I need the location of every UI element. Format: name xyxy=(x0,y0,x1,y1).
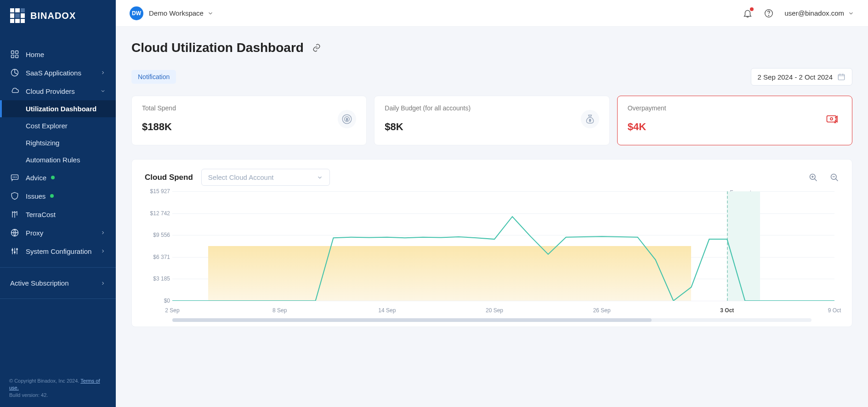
status-dot-icon xyxy=(50,194,54,198)
terracost-icon xyxy=(10,210,19,219)
svg-point-10 xyxy=(12,249,13,251)
topbar: DW Demo Workspace user@binadox.com xyxy=(116,0,868,27)
content: Cloud Utilization Dashboard Notification… xyxy=(116,27,868,407)
zoom-out-button[interactable] xyxy=(830,173,839,182)
nav-proxy[interactable]: Proxy xyxy=(0,224,116,242)
nav-cost-explorer[interactable]: Cost Explorer xyxy=(0,117,116,134)
svg-rect-15 xyxy=(838,75,845,80)
svg-line-27 xyxy=(836,178,838,181)
svg-point-7 xyxy=(15,177,15,178)
y-axis-label: $12 742 xyxy=(145,210,170,217)
y-axis-label: $15 927 xyxy=(145,188,170,195)
overpayment-icon xyxy=(823,110,842,128)
nav-advice[interactable]: Advice xyxy=(0,168,116,187)
chevron-down-icon[interactable] xyxy=(207,10,214,17)
nav-cloud[interactable]: Cloud Providers xyxy=(0,82,116,100)
nav-system-config-label: System Configuration xyxy=(26,247,91,255)
sliders-icon xyxy=(10,246,19,256)
x-axis-label: 2 Sep xyxy=(165,307,179,314)
card-label: Overpayment xyxy=(628,104,842,112)
card-label: Daily Budget (for all accounts) xyxy=(385,104,599,112)
footer-copyright: © Copyright Binadox, Inc 2024. xyxy=(9,378,80,384)
shield-icon xyxy=(10,191,19,201)
nav-subscription[interactable]: Active Subscription xyxy=(0,275,116,292)
svg-point-8 xyxy=(16,177,17,178)
x-axis-label: 8 Sep xyxy=(272,307,287,314)
nav-cloud-submenu: Utilization Dashboard Cost Explorer Righ… xyxy=(0,100,116,168)
divider xyxy=(0,298,116,299)
card-value: $188K xyxy=(142,121,356,133)
chevron-right-icon xyxy=(100,248,106,254)
zoom-in-button[interactable] xyxy=(809,173,818,182)
card-daily-budget[interactable]: Daily Budget (for all accounts) $8K $ xyxy=(374,96,609,145)
share-link-button[interactable] xyxy=(312,43,321,52)
y-axis-label: $6 371 xyxy=(145,254,170,260)
nav-subscription-label: Active Subscription xyxy=(10,279,69,287)
page-title: Cloud Utilization Dashboard xyxy=(131,40,304,55)
status-dot-icon xyxy=(51,176,55,179)
date-range-picker[interactable]: 2 Sep 2024 - 2 Oct 2024 xyxy=(751,68,852,86)
sidebar: BINADOX Home SaaS Applications Cloud Pro… xyxy=(0,0,116,407)
svg-point-14 xyxy=(768,15,769,16)
brand[interactable]: BINADOX xyxy=(0,0,116,31)
x-axis-label: 14 Sep xyxy=(378,307,396,314)
svg-rect-0 xyxy=(11,51,14,54)
chart-area: Forecast $0$3 185$6 371$9 556$12 742$15 … xyxy=(145,191,839,315)
brand-name: BINADOX xyxy=(30,11,76,21)
footer: © Copyright Binadox, Inc 2024. Terms of … xyxy=(0,372,116,407)
svg-rect-20 xyxy=(827,116,836,122)
nav: Home SaaS Applications Cloud Providers U… xyxy=(0,45,116,372)
pie-icon xyxy=(10,68,19,77)
nav-terracost[interactable]: TerraCost xyxy=(0,205,116,224)
nav-rightsizing[interactable]: Rightsizing xyxy=(0,134,116,151)
brand-logo-icon xyxy=(10,8,25,23)
chevron-down-icon xyxy=(317,174,323,181)
nav-utilization-dashboard[interactable]: Utilization Dashboard xyxy=(0,100,116,117)
chevron-right-icon xyxy=(100,281,106,286)
chart-panel: Cloud Spend Select Cloud Account Forecas… xyxy=(131,159,852,327)
svg-text:$: $ xyxy=(346,118,348,121)
nav-automation-rules[interactable]: Automation Rules xyxy=(0,151,116,168)
card-value: $8K xyxy=(385,121,599,133)
select-placeholder: Select Cloud Account xyxy=(208,173,274,181)
cloud-account-select[interactable]: Select Cloud Account xyxy=(201,169,330,186)
card-overpayment[interactable]: Overpayment $4K xyxy=(617,96,852,145)
chevron-right-icon xyxy=(100,70,106,75)
nav-cloud-label: Cloud Providers xyxy=(26,87,75,95)
nav-system-config[interactable]: System Configuration xyxy=(0,242,116,260)
card-total-spend[interactable]: Total Spend $188K $ xyxy=(131,96,367,145)
nav-terracost-label: TerraCost xyxy=(26,211,56,218)
nav-home-label: Home xyxy=(26,51,44,58)
nav-issues-label: Issues xyxy=(26,192,45,200)
divider xyxy=(0,267,116,268)
workspace-name: Demo Workspace xyxy=(149,9,204,17)
notification-chip[interactable]: Notification xyxy=(131,70,176,84)
help-button[interactable] xyxy=(764,8,774,18)
globe-icon xyxy=(10,228,19,237)
nav-home[interactable]: Home xyxy=(0,45,116,63)
x-axis-label: 9 Oct xyxy=(828,307,841,314)
nav-advice-label: Advice xyxy=(26,174,46,182)
svg-point-12 xyxy=(17,249,18,250)
svg-point-21 xyxy=(830,118,833,120)
nav-saas[interactable]: SaaS Applications xyxy=(0,63,116,82)
home-icon xyxy=(10,50,19,59)
nav-issues[interactable]: Issues xyxy=(0,187,116,205)
svg-point-6 xyxy=(13,177,13,178)
chart-scrollbar-thumb[interactable] xyxy=(172,318,652,322)
x-axis-label: 20 Sep xyxy=(486,307,503,314)
card-value: $4K xyxy=(628,121,842,133)
notification-dot-icon xyxy=(750,7,754,11)
nav-proxy-label: Proxy xyxy=(26,229,43,237)
nav-saas-label: SaaS Applications xyxy=(26,69,81,77)
user-menu[interactable]: user@binadox.com xyxy=(785,9,854,17)
chart-scrollbar[interactable] xyxy=(172,318,811,322)
svg-point-11 xyxy=(14,252,16,253)
svg-rect-2 xyxy=(11,55,14,58)
svg-line-23 xyxy=(815,178,817,181)
chevron-down-icon xyxy=(848,10,854,17)
workspace-badge[interactable]: DW xyxy=(130,6,143,20)
x-axis-label: 3 Oct xyxy=(720,307,734,314)
card-label: Total Spend xyxy=(142,104,356,112)
notifications-button[interactable] xyxy=(743,8,753,18)
